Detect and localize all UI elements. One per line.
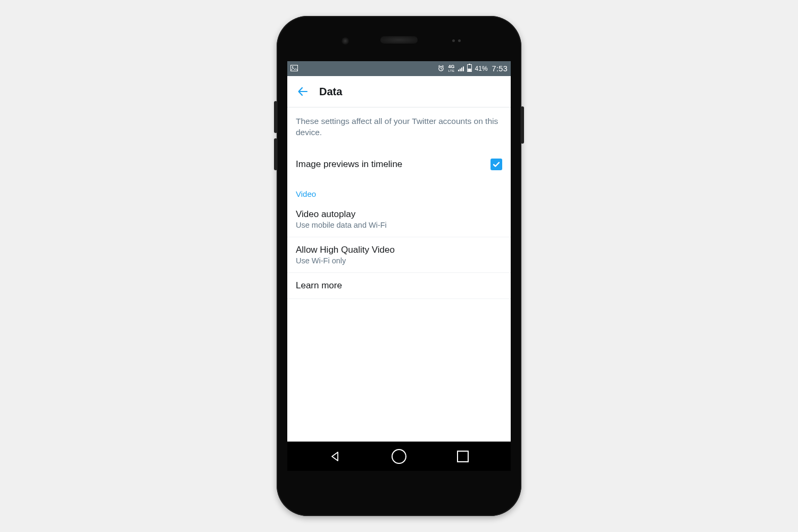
checkmark-icon [492,160,501,169]
front-camera [342,37,349,45]
screen: 4G LTE 41% 7:53 [287,61,511,471]
sensor-dots [452,39,461,42]
network-type-icon: 4G LTE [448,64,454,73]
app-bar: Data [287,76,511,107]
signal-icon [458,66,464,71]
image-previews-row[interactable]: Image previews in timeline [287,151,511,178]
svg-rect-5 [468,69,471,71]
svg-rect-0 [291,65,298,71]
nav-recent-button[interactable] [447,446,479,467]
image-previews-checkbox[interactable] [491,159,502,170]
image-previews-label: Image previews in timeline [296,159,402,170]
screenshot-notification-icon [290,65,298,73]
high-quality-video-title: Allow High Quality Video [296,245,502,255]
nav-home-button[interactable] [383,446,415,467]
learn-more-row[interactable]: Learn more [287,273,511,299]
volume-up-button [274,101,277,133]
video-section-header: Video [287,178,511,202]
volume-down-button [274,138,277,170]
nav-home-icon [392,449,406,464]
phone-frame: 4G LTE 41% 7:53 [277,16,521,516]
back-arrow-icon [296,85,309,98]
alarm-icon [437,64,445,73]
learn-more-label: Learn more [296,280,502,291]
status-bar: 4G LTE 41% 7:53 [287,61,511,76]
page-title: Data [319,86,342,98]
back-button[interactable] [293,81,313,102]
android-nav-bar [287,442,511,471]
high-quality-video-row[interactable]: Allow High Quality Video Use Wi-Fi only [287,237,511,273]
nav-recent-icon [457,451,469,462]
power-button [521,106,524,144]
battery-icon [467,64,472,73]
earpiece-speaker [380,36,418,44]
nav-back-icon [330,451,340,462]
settings-content: These settings affect all of your Twitte… [287,107,511,299]
video-autoplay-title: Video autoplay [296,209,502,220]
video-autoplay-row[interactable]: Video autoplay Use mobile data and Wi-Fi [287,202,511,237]
nav-back-button[interactable] [319,446,351,467]
battery-percentage: 41% [475,65,488,72]
status-time: 7:53 [492,64,508,73]
video-autoplay-value: Use mobile data and Wi-Fi [296,221,502,229]
high-quality-video-value: Use Wi-Fi only [296,256,502,265]
phone-top-sensors [277,16,521,61]
settings-explainer: These settings affect all of your Twitte… [287,107,511,151]
svg-point-1 [292,66,293,67]
